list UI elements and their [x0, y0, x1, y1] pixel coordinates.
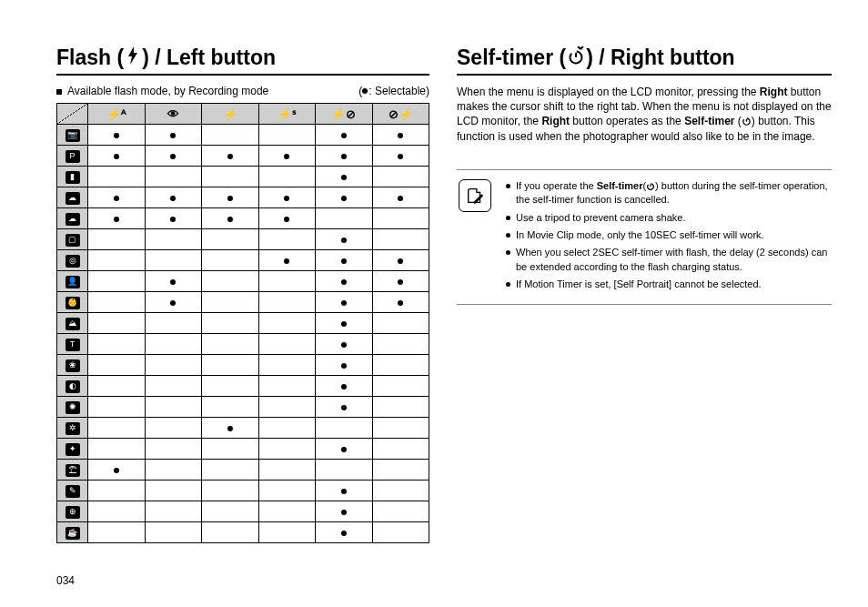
table-cell: [258, 146, 316, 167]
table-cell: [258, 397, 316, 418]
note-text: If Motion Timer is set, [Self Portrait] …: [516, 278, 830, 291]
table-cell: [316, 146, 373, 167]
selectable-dot: [114, 217, 119, 222]
table-cell: [145, 208, 202, 229]
note-text: When you select 2SEC self-timer with fla…: [516, 246, 830, 274]
selectable-dot: [341, 154, 347, 159]
table-cell: [88, 522, 146, 543]
table-cell: [202, 439, 259, 460]
person-mode-icon: 👤: [66, 276, 80, 288]
bullet-icon: [506, 216, 510, 220]
table-row: 📷: [57, 125, 429, 146]
table-cell: [202, 313, 259, 334]
table-cell: [202, 271, 259, 292]
table-cell: [316, 376, 373, 397]
bullet-icon: [506, 250, 510, 255]
table-cell: [372, 355, 429, 376]
selectable-dot: [341, 447, 347, 452]
table-cell: [258, 355, 316, 376]
note-item: If Motion Timer is set, [Self Portrait] …: [506, 278, 830, 291]
row-header: 📷: [57, 125, 88, 146]
table-cell: [202, 418, 259, 439]
selectable-dot: [341, 384, 347, 389]
table-cell: [145, 292, 202, 313]
selectable-dot: [227, 154, 233, 159]
table-cell: [258, 229, 316, 250]
self-mode-icon: ✎: [66, 485, 80, 498]
table-cell: [202, 397, 259, 418]
table-cell: [258, 439, 316, 460]
table-row: 👤: [57, 271, 429, 292]
table-cell: [258, 167, 316, 187]
selectable-dot: [114, 154, 119, 159]
table-cell: [145, 481, 202, 501]
table-cell: [316, 167, 373, 187]
note-text: If you operate the Self-timer() button d…: [516, 179, 830, 207]
table-row: ◐: [57, 376, 429, 397]
table-row: ✎: [57, 481, 429, 501]
right-column: Self-timer ( ) / Right button When the m…: [457, 46, 832, 543]
note-item: If you operate the Self-timer() button d…: [506, 179, 830, 207]
table-cell: [316, 460, 373, 481]
table-cell: [202, 167, 259, 187]
selectable-dot: [170, 154, 176, 159]
row-header: T: [57, 334, 88, 355]
selectable-dot: [341, 510, 347, 515]
firework-mode-icon: ✦: [66, 443, 80, 456]
cafe-mode-icon: ☕: [66, 527, 80, 540]
selectable-dot: [398, 279, 403, 285]
selectable-dot: [341, 175, 347, 180]
table-row: ❀: [57, 355, 429, 376]
cloud-2-mode-icon: ☁: [66, 213, 80, 226]
backlight-mode-icon: ✲: [66, 422, 80, 435]
col-header: ⚡ˢ: [258, 104, 316, 125]
col-header: ⚡⊘: [316, 104, 373, 125]
row-header: ⊕: [57, 501, 88, 522]
left-column: Flash ( ) / Left button Available flash …: [56, 46, 429, 543]
table-cell: [372, 460, 429, 481]
selectable-dot: [170, 133, 176, 138]
selectable-dot: [341, 133, 347, 138]
table-cell: [88, 208, 146, 229]
table-row: ⛱: [57, 460, 429, 481]
table-cell: [372, 418, 429, 439]
food-mode-icon: ⊕: [66, 506, 80, 519]
table-cell: [202, 229, 259, 250]
table-cell: [88, 481, 146, 501]
table-cell: [316, 292, 373, 313]
selectable-dot: [398, 154, 403, 159]
self-timer-icon: [742, 115, 752, 127]
row-header: ◐: [57, 376, 88, 397]
table-cell: [316, 397, 373, 418]
title-text-b: ) / Left button: [142, 46, 276, 70]
note-text: In Movie Clip mode, only the 10SEC self-…: [516, 228, 830, 242]
row-header: ▮: [57, 167, 88, 187]
selectable-dot: [114, 196, 119, 201]
bullet-icon: [506, 184, 510, 188]
selectable-dot: [170, 300, 176, 306]
table-row: T: [57, 334, 429, 355]
note-icon: [459, 179, 491, 212]
table-cell: [258, 501, 316, 522]
selectable-dot: [398, 258, 403, 264]
selectable-dot: [341, 279, 347, 285]
table-cell: [258, 271, 316, 292]
table-cell: [202, 187, 259, 208]
selectable-dot: [284, 154, 289, 159]
table-cell: [258, 187, 316, 208]
table-cell: [258, 125, 316, 146]
right-title: Self-timer ( ) / Right button: [457, 46, 832, 76]
table-cell: [145, 313, 202, 334]
table-cell: [316, 229, 373, 250]
table-cell: [316, 313, 373, 334]
table-cell: [258, 250, 316, 271]
page-number: 034: [56, 574, 75, 587]
table-cell: [372, 501, 429, 522]
table-cell: [202, 522, 259, 543]
selectable-dot: [341, 531, 347, 536]
table-cell: [372, 481, 429, 501]
selectable-dot: [114, 133, 119, 138]
table-row: ✦: [57, 439, 429, 460]
selectable-dot: [284, 258, 289, 264]
table-row: 👶: [57, 292, 429, 313]
